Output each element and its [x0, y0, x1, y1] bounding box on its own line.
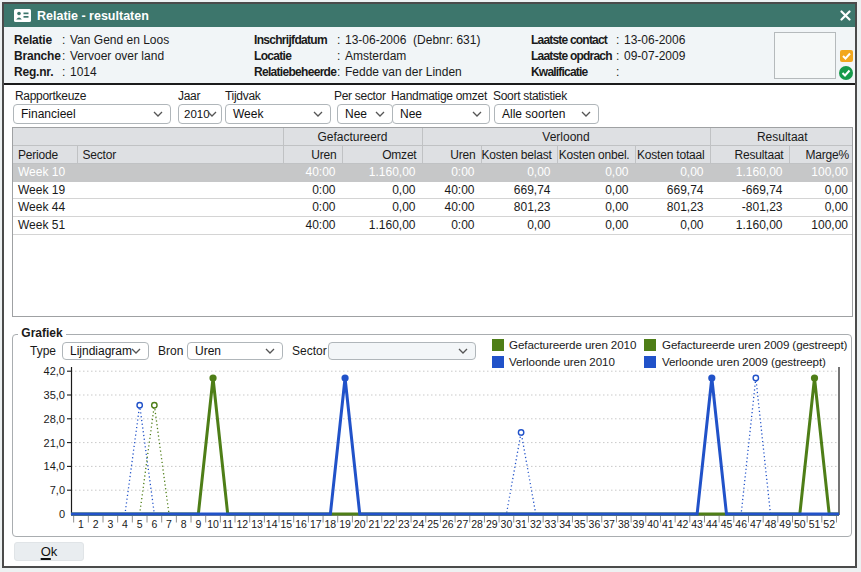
svg-text:39: 39 — [633, 518, 645, 530]
svg-text:14: 14 — [266, 518, 278, 530]
svg-text:4: 4 — [122, 518, 128, 530]
svg-text:30: 30 — [501, 518, 513, 530]
svg-text:36: 36 — [589, 518, 601, 530]
svg-text:6: 6 — [151, 518, 157, 530]
svg-text:28: 28 — [471, 518, 483, 530]
svg-text:21: 21 — [369, 518, 381, 530]
svg-text:35,0: 35,0 — [44, 389, 65, 401]
svg-text:16: 16 — [295, 518, 307, 530]
svg-text:33: 33 — [545, 518, 557, 530]
svg-text:17: 17 — [310, 518, 322, 530]
svg-text:38: 38 — [618, 518, 630, 530]
svg-text:28,0: 28,0 — [44, 413, 65, 425]
svg-text:5: 5 — [137, 518, 143, 530]
svg-text:14,0: 14,0 — [44, 460, 65, 472]
svg-text:22: 22 — [383, 518, 395, 530]
svg-text:11: 11 — [222, 518, 233, 530]
svg-text:43: 43 — [691, 518, 703, 530]
svg-text:24: 24 — [413, 518, 425, 530]
svg-text:25: 25 — [427, 518, 439, 530]
svg-text:37: 37 — [603, 518, 615, 530]
svg-text:10: 10 — [207, 518, 219, 530]
svg-text:41: 41 — [662, 518, 674, 530]
svg-text:21,0: 21,0 — [44, 437, 65, 449]
svg-text:31: 31 — [515, 518, 527, 530]
svg-text:3: 3 — [107, 518, 113, 530]
svg-text:40: 40 — [647, 518, 659, 530]
svg-text:32: 32 — [530, 518, 542, 530]
svg-text:18: 18 — [325, 518, 337, 530]
svg-text:1: 1 — [78, 518, 84, 530]
svg-text:51: 51 — [809, 518, 821, 530]
svg-text:46: 46 — [735, 518, 747, 530]
svg-text:2: 2 — [93, 518, 99, 530]
svg-text:7: 7 — [166, 518, 172, 530]
svg-text:29: 29 — [486, 518, 498, 530]
svg-text:49: 49 — [779, 518, 791, 530]
svg-text:19: 19 — [339, 518, 351, 530]
svg-text:42,0: 42,0 — [44, 365, 65, 377]
svg-text:42: 42 — [677, 518, 689, 530]
svg-text:35: 35 — [574, 518, 586, 530]
svg-text:0: 0 — [59, 508, 65, 520]
svg-text:27: 27 — [457, 518, 469, 530]
svg-text:7,0: 7,0 — [50, 484, 65, 496]
svg-text:26: 26 — [442, 518, 454, 530]
svg-text:12: 12 — [237, 518, 249, 530]
svg-text:23: 23 — [398, 518, 410, 530]
svg-text:48: 48 — [765, 518, 777, 530]
svg-text:34: 34 — [559, 518, 571, 530]
svg-text:52: 52 — [823, 518, 835, 530]
svg-text:44: 44 — [706, 518, 718, 530]
svg-text:15: 15 — [281, 518, 293, 530]
svg-text:20: 20 — [354, 518, 366, 530]
svg-text:50: 50 — [794, 518, 806, 530]
svg-text:47: 47 — [750, 518, 762, 530]
svg-text:13: 13 — [251, 518, 263, 530]
svg-text:45: 45 — [721, 518, 733, 530]
svg-text:9: 9 — [195, 518, 201, 530]
svg-text:8: 8 — [181, 518, 187, 530]
